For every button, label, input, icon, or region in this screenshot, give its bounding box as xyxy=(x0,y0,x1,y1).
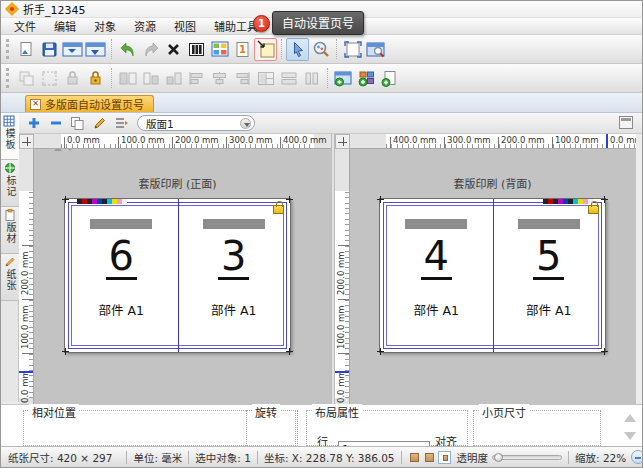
menu-view[interactable]: 视图 xyxy=(165,17,205,35)
opacity-label: 透明度 xyxy=(457,450,489,465)
select-cursor-button[interactable] xyxy=(286,38,309,61)
delete-button[interactable] xyxy=(162,38,185,61)
menu-file[interactable]: 文件 xyxy=(5,17,45,35)
step-badge: 1 xyxy=(253,15,270,32)
flip-horizontal-button[interactable] xyxy=(116,67,139,90)
redo-button[interactable] xyxy=(139,38,162,61)
toolbar-grip[interactable] xyxy=(6,39,11,59)
undo-button[interactable] xyxy=(116,38,139,61)
flip-vertical-button[interactable] xyxy=(139,67,162,90)
page-number: 5 xyxy=(493,235,606,280)
menu-edit[interactable]: 编辑 xyxy=(45,17,85,35)
panel-maximize-button[interactable] xyxy=(619,116,633,129)
sidebar-tab-label: 标记 xyxy=(5,175,15,197)
rows-view-button[interactable] xyxy=(277,67,300,90)
canvas-back[interactable]: 套版印刷 (背面) 4 部件 A1 5 部件 A1 xyxy=(350,149,636,404)
chevron-down-icon[interactable] xyxy=(240,118,251,129)
layout-select-value: 版面1 xyxy=(146,116,174,131)
part-label: 部件 A1 xyxy=(380,300,493,319)
view-panels-button[interactable] xyxy=(208,38,231,61)
import-layout-button[interactable] xyxy=(61,38,84,61)
group-label: 旋转 xyxy=(252,404,280,420)
add-page-button[interactable] xyxy=(378,67,401,90)
save-button[interactable] xyxy=(38,38,61,61)
sidebar-tab-label: 纸张 xyxy=(5,269,15,291)
press-sheet-front[interactable]: 6 部件 A1 3 部件 A1 xyxy=(64,198,291,353)
duplicate-layout-button[interactable] xyxy=(68,115,87,132)
align-left-button[interactable] xyxy=(185,67,208,90)
sidebar-tab-template[interactable]: 模板 xyxy=(1,113,19,160)
page-number-button[interactable]: 1 xyxy=(231,38,254,61)
ruler-label: 200.0 mm xyxy=(175,135,219,145)
registration-mark-icon xyxy=(4,162,16,174)
lock-button[interactable] xyxy=(61,67,84,90)
export-layout-button[interactable] xyxy=(84,38,107,61)
lock-colored-button[interactable] xyxy=(84,67,107,90)
columns-view-button[interactable] xyxy=(300,67,323,90)
swap-panes-button[interactable] xyxy=(162,67,185,90)
opacity-mode-icon[interactable] xyxy=(438,451,451,464)
panel-collapse-arrows[interactable] xyxy=(54,149,74,403)
canvas-front[interactable]: 套版印刷 (正面) 6 部件 A1 3 部件 A1 xyxy=(34,149,331,404)
preview-button[interactable] xyxy=(364,38,387,61)
menu-object[interactable]: 对象 xyxy=(85,17,125,35)
opacity-mode-icon[interactable] xyxy=(423,451,436,464)
add-layout-item-button[interactable] xyxy=(24,115,43,132)
page-slot[interactable]: 3 部件 A1 xyxy=(178,199,291,352)
sidebar-tab-label: 模板 xyxy=(4,128,14,150)
group-page-size: 小页尺寸 xyxy=(473,410,601,446)
edit-layout-button[interactable] xyxy=(90,115,109,132)
ruler-origin-front[interactable] xyxy=(19,134,34,149)
ruler-label: 0.0 mm xyxy=(67,135,100,145)
cursor-position-marker xyxy=(606,134,608,148)
unit-status: 单位: 毫米 xyxy=(133,450,182,465)
toolbar-separator xyxy=(327,68,328,88)
press-sheet-back[interactable]: 4 部件 A1 5 部件 A1 xyxy=(379,198,606,353)
add-color-group-button[interactable] xyxy=(355,67,378,90)
remove-layout-item-button[interactable] xyxy=(46,115,65,132)
sidebar-tab-plate[interactable]: 版材 xyxy=(1,207,19,254)
ruler-label: 400.0 mm xyxy=(393,135,437,145)
page-slot[interactable]: 4 部件 A1 xyxy=(380,199,493,352)
sheet-title: 套版印刷 (背面) xyxy=(379,175,606,191)
opacity-slider[interactable] xyxy=(492,455,562,460)
opacity-mode-icon[interactable] xyxy=(408,451,421,464)
fit-page-button[interactable] xyxy=(341,38,364,61)
property-panel: 相对位置 旋转 布局属性 行数 对齐方式 小页尺寸 xyxy=(1,404,642,448)
tab-auto-page-number[interactable]: ✕ 多版面自动设置页号 xyxy=(25,95,154,112)
ruler-label: 100.0 mm xyxy=(121,135,165,145)
add-layout-button[interactable] xyxy=(332,67,355,90)
tooltip-text: 自动设置页号 xyxy=(272,11,364,35)
sidebar-tab-paper[interactable]: 纸张 xyxy=(1,254,19,301)
zoom-out-button[interactable] xyxy=(631,450,643,464)
layout-list-button[interactable] xyxy=(112,115,131,132)
view-columns-button[interactable] xyxy=(185,38,208,61)
part-label: 部件 A1 xyxy=(178,300,291,319)
align-right-button[interactable] xyxy=(231,67,254,90)
copy-objects-button[interactable] xyxy=(15,67,38,90)
page-slot[interactable]: 6 部件 A1 xyxy=(65,199,178,352)
ruler-label: 200.0 mm xyxy=(336,247,348,295)
layout-select[interactable]: 版面1 xyxy=(137,115,255,131)
zoom-objects-button[interactable] xyxy=(309,38,332,61)
ruler-label: 300.0 mm xyxy=(447,135,491,145)
app-icon xyxy=(6,3,18,15)
auto-set-page-number-button[interactable] xyxy=(254,38,277,61)
layout-toolbar: 版面1 xyxy=(19,113,642,134)
status-bar: 纸张尺寸: 420 × 297 单位: 毫米 选中对象: 1 坐标: X: 22… xyxy=(1,446,642,467)
opacity-slider-thumb[interactable] xyxy=(494,453,503,462)
grid-icon xyxy=(3,115,15,127)
toolbar-grip[interactable] xyxy=(6,68,11,88)
marquee-select-button[interactable] xyxy=(38,67,61,90)
panel-scroll-buttons[interactable] xyxy=(621,408,638,446)
tab-close-icon[interactable]: ✕ xyxy=(30,99,41,110)
paper-size-status: 纸张尺寸: 420 × 297 xyxy=(5,450,112,465)
align-center-button[interactable] xyxy=(208,67,231,90)
ruler-origin-back[interactable] xyxy=(335,134,350,149)
menu-resource[interactable]: 资源 xyxy=(125,17,165,35)
pencil-icon xyxy=(4,256,16,268)
new-document-button[interactable] xyxy=(15,38,38,61)
page-slot[interactable]: 5 部件 A1 xyxy=(493,199,606,352)
split-panes-button[interactable] xyxy=(254,67,277,90)
sidebar-tab-marks[interactable]: 标记 xyxy=(1,160,19,207)
